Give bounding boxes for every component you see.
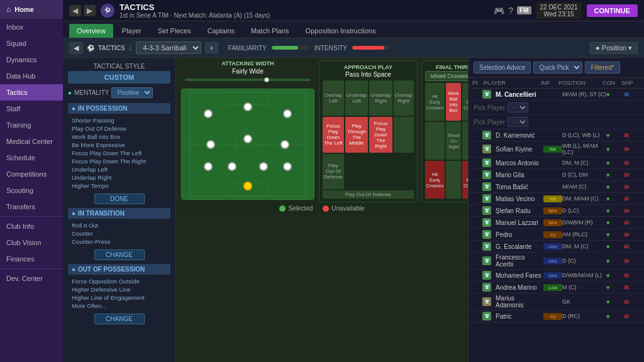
ip-item-0[interactable]: Shorter Passing (68, 116, 170, 124)
sidebar-item-medical[interactable]: Medical Center (0, 133, 63, 150)
custom-button[interactable]: CUSTOM (68, 71, 170, 84)
sidebar-home[interactable]: ⌂ Home (0, 0, 63, 19)
player-row-marino[interactable]: 👕 Andrea Marino Loa M (C) ♥ ✉ (469, 282, 644, 293)
collapse-button[interactable]: ◀ (69, 42, 83, 54)
ip-item-2[interactable]: Work Ball into Box (68, 133, 170, 141)
ft-cell-6[interactable]: Hit Early Crosses (425, 161, 445, 199)
player-row-gila[interactable]: 👕 Mario Gila D (C), DM ♥ ✉ (469, 169, 644, 181)
ft-cell-2[interactable]: Hit Early Crosses (462, 83, 468, 121)
sidebar-item-competitions[interactable]: Competitions (0, 166, 63, 182)
approach-cell-1[interactable]: Underlap Left (345, 80, 368, 116)
player-row-radu[interactable]: 👕 Ştefan Radu Wor D (LC) ♥ ✉ (469, 205, 644, 217)
tab-opposition[interactable]: Opposition Instructions (298, 24, 384, 38)
player-row-patric[interactable]: 👕 Patric Inj D (RC) ♥ ✉ (469, 310, 644, 322)
ip-item-7[interactable]: Underlap Right (68, 173, 170, 182)
player-row-antonio[interactable]: 👕 Marcos Antonio DM, M (C) ♥ ✉ (469, 157, 644, 169)
ip-item-8[interactable]: Higher Tempo (68, 182, 170, 190)
pick-player-select-2[interactable]: - (508, 117, 528, 127)
formation-select[interactable]: 4-3-3 Sarriball (136, 41, 201, 54)
player-mid-1[interactable] (206, 140, 215, 149)
player-row-adamonis[interactable]: 👕 Marius Adamonis GK ♥ ✉ (469, 293, 644, 310)
sidebar-item-squad[interactable]: Squad (0, 35, 63, 52)
player-row-kamenovic[interactable]: 👕 D. Kamenović D (LC), WB (L) ♥ ✉ (469, 129, 644, 141)
it-item-2[interactable]: Counter-Press (68, 238, 170, 246)
continue-button[interactable]: CONTINUE (587, 4, 638, 17)
add-formation-button[interactable]: + (205, 42, 218, 53)
ip-item-1[interactable]: Play Out Of Defense (68, 124, 170, 133)
ft-cell-0[interactable]: Hit Early Crosses (425, 83, 445, 121)
ft-cell-8[interactable]: Hit Early Crosses (462, 161, 468, 199)
forward-button[interactable]: ▶ (84, 5, 96, 16)
ft-cell-5[interactable] (462, 122, 468, 160)
ip-item-4[interactable]: Focus Play Down The Left (68, 149, 170, 157)
player-def-3[interactable] (259, 162, 268, 171)
oop-item-0[interactable]: Force Opposition Outside (68, 277, 170, 285)
approach-cell-3[interactable]: Overlap Right (394, 80, 414, 116)
sidebar-item-devcenter[interactable]: Dev. Center (0, 270, 63, 287)
ip-item-5[interactable]: Focus Play Down The Right (68, 157, 170, 165)
player-def-2[interactable] (228, 162, 236, 171)
position-button[interactable]: ● Position ▾ (590, 42, 638, 54)
player-gk[interactable] (243, 182, 252, 190)
sidebar-item-clubinfo[interactable]: Club Info (0, 218, 63, 234)
controller-icon[interactable]: 🎮 (494, 6, 504, 16)
player-mid-2[interactable] (243, 134, 252, 143)
player-mid-3[interactable] (280, 140, 289, 149)
player-def-1[interactable] (204, 162, 213, 171)
sidebar-item-scouting[interactable]: Scouting (0, 182, 63, 199)
ip-item-3[interactable]: Be More Expressive (68, 141, 170, 149)
player-row-acerbi[interactable]: 👕 Francesco Acerbi Unc D (C) ♥ ✉ (469, 253, 644, 270)
player-def-4[interactable] (283, 162, 292, 171)
player-row-lazzari[interactable]: 👕 Manuel Lazzari Wor D/WB/M (R) ♥ ✉ (469, 217, 644, 229)
it-item-1[interactable]: Counter (68, 229, 170, 238)
approach-cell-5[interactable]: Play Through The Middle (345, 117, 368, 152)
sidebar-item-training[interactable]: Training (0, 117, 63, 133)
done-button[interactable]: DONE (94, 194, 145, 204)
player-row-pedro[interactable]: 👕 Pedro Inj AM (RLC) ♥ ✉ (469, 229, 644, 241)
sidebar-item-inbox[interactable]: Inbox (0, 19, 63, 35)
mentality-select[interactable]: Positive (111, 87, 153, 98)
player-row-kiyine[interactable]: 👕 Sofian Kiyine Wk WB (L), M/AM (LC) ♥ ✉ (469, 141, 644, 157)
change-button-2[interactable]: CHANGE (94, 314, 145, 324)
oop-item-2[interactable]: Higher Line of Engagement (68, 293, 170, 302)
tab-matchplans[interactable]: Match Plans (243, 24, 297, 38)
approach-cell-6[interactable]: Focus Play Down The Right (369, 117, 392, 152)
tab-captains[interactable]: Captains (200, 24, 242, 38)
player-fwd-3[interactable] (283, 109, 292, 118)
player-row-cancellieri[interactable]: 👕 M. Cancellieri M/AM (R), ST (C) ♥ ✉ (469, 89, 644, 101)
ft-cell-7[interactable] (446, 161, 461, 199)
player-row-vecino[interactable]: 👕 Matias Vecino Yel DM, M/AM (C) ♥ ✉ (469, 193, 644, 205)
tab-player[interactable]: Player (114, 24, 149, 38)
oop-item-1[interactable]: Higher Defensive Line (68, 285, 170, 293)
final-third-select[interactable]: Mixed Crosses (425, 71, 468, 81)
sidebar-item-datahub[interactable]: Data Hub (0, 68, 63, 84)
sidebar-item-tactics[interactable]: Tactics (0, 84, 63, 101)
sidebar-item-staff[interactable]: Staff (0, 101, 63, 117)
filtered-button[interactable]: Filtered* (585, 62, 619, 74)
ft-cell-3[interactable] (425, 122, 445, 160)
player-fwd-2[interactable] (243, 102, 252, 111)
tab-setpieces[interactable]: Set Pieces (150, 24, 199, 38)
player-row-basic[interactable]: 👕 Toma Bašić M/AM (C) ♥ ✉ (469, 181, 644, 193)
sidebar-item-clubvision[interactable]: Club Vision (0, 234, 63, 251)
ft-cell-4[interactable]: Shoot On Sight (446, 122, 461, 160)
change-button-1[interactable]: CHANGE (94, 250, 145, 260)
player-row-fares[interactable]: 👕 Mohamed Fares Unc D/WB/M/AM (L) ♥ ✉ (469, 270, 644, 282)
pick-player-select-1[interactable]: - (508, 102, 528, 112)
selection-advice-button[interactable]: Selection Advice (474, 62, 531, 74)
quick-pick-select[interactable]: Quick Pick (533, 62, 582, 74)
ft-cell-1[interactable]: Work Ball Into Box (446, 83, 461, 121)
tab-overview[interactable]: Overview (69, 24, 113, 38)
sidebar-item-transfers[interactable]: Transfers (0, 199, 63, 215)
approach-cell-7[interactable] (394, 117, 414, 152)
sidebar-item-dynamics[interactable]: Dynamics (0, 52, 63, 68)
sidebar-item-finances[interactable]: Finances (0, 251, 63, 267)
approach-cell-0[interactable]: Overlap Left (323, 80, 344, 116)
approach-cell-2[interactable]: Underlap Right (369, 80, 392, 116)
approach-cell-4[interactable]: Focus Play Down The Left (323, 117, 344, 152)
sidebar-item-schedule[interactable]: Schedule (0, 150, 63, 166)
it-item-0[interactable]: Roll It Out (68, 221, 170, 229)
approach-cell-bottom[interactable]: Play Out Of Defense (323, 190, 414, 199)
oop-item-3[interactable]: More Often... (68, 302, 170, 310)
player-fwd-1[interactable] (204, 109, 213, 118)
